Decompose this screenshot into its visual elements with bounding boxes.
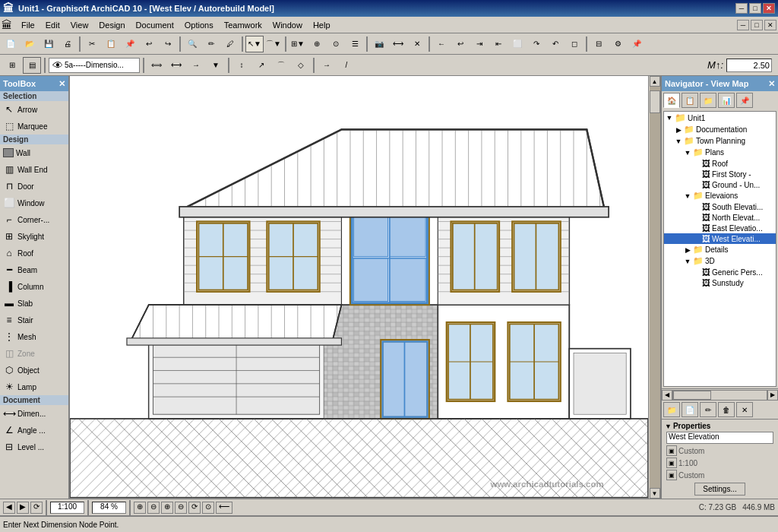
tree-toggle-3d[interactable]: ▼ [684, 258, 691, 265]
nav-open-btn[interactable]: 📁 [663, 402, 680, 417]
nav-tab-home[interactable]: 🏠 [663, 93, 680, 108]
inner-min-button[interactable]: ─ [737, 20, 749, 30]
tool-marquee[interactable]: ⬚ Marquee [0, 118, 68, 135]
menu-document[interactable]: Document [131, 19, 179, 31]
tool-column[interactable]: ▐ Column [0, 278, 68, 295]
nav2-button[interactable]: ↩ [451, 36, 470, 52]
tree-toggle-unit1[interactable]: ▼ [666, 114, 673, 122]
inner-max-button[interactable]: □ [751, 20, 763, 30]
pen-button[interactable]: 🖊 [221, 36, 239, 52]
zoom-pct-display[interactable]: 84 % [92, 502, 126, 514]
snap-button[interactable]: ⊙ [327, 36, 345, 52]
scroll-up-button[interactable]: ▲ [650, 76, 660, 87]
nav7-button[interactable]: ↶ [546, 36, 565, 52]
tool-beam[interactable]: ━ Beam [0, 261, 68, 278]
tool-corner[interactable]: ⌐ Corner-... [0, 211, 68, 228]
nav-tab-folders[interactable]: 📁 [700, 93, 716, 108]
properties-header[interactable]: ▼ Properties [663, 421, 776, 431]
nav6-button[interactable]: ↷ [527, 36, 546, 52]
snap-pt-btn[interactable]: ◇ [292, 57, 310, 74]
nav-tab-layouts[interactable]: 📋 [682, 93, 698, 108]
menu-window[interactable]: Window [268, 19, 307, 31]
maximize-button[interactable]: □ [749, 3, 761, 14]
nav-scroll-right-btn[interactable]: ▶ [767, 390, 778, 401]
arrow-tool[interactable]: ↖▼ [245, 36, 264, 52]
tool-door[interactable]: ⊓ Door [0, 178, 68, 195]
tree-northelev[interactable]: - 🖼 North Elevat... [664, 212, 776, 223]
menu-options[interactable]: Options [180, 19, 218, 31]
tool-lamp[interactable]: ☀ Lamp [0, 378, 68, 395]
menu-view[interactable]: View [66, 19, 93, 31]
property-button[interactable]: ⊟ [590, 36, 608, 52]
tool-roof[interactable]: ⌂ Roof [0, 245, 68, 261]
settings-icon[interactable]: ⚙ [609, 36, 627, 52]
grid-button[interactable]: ⊞▼ [289, 36, 307, 52]
move-button[interactable]: ⊕ [308, 36, 326, 52]
tool-dimension[interactable]: ⟷ Dimen... [0, 405, 68, 422]
nav-new-btn[interactable]: 📄 [682, 402, 698, 417]
tool-object[interactable]: ⬡ Object [0, 362, 68, 378]
tb2-btn2[interactable]: ▤ [23, 57, 41, 74]
tree-unit1[interactable]: ▼ 📁 Unit1 [664, 112, 776, 124]
delete-button[interactable]: ✕ [408, 36, 426, 52]
nav-tab-pins[interactable]: 📌 [736, 93, 753, 108]
nav8-button[interactable]: ◻ [565, 36, 584, 52]
layer-button[interactable]: ☰ [346, 36, 364, 52]
open-button[interactable]: 📂 [21, 36, 39, 52]
tree-southelev[interactable]: - 🖼 South Elevati... [664, 201, 776, 212]
line-tool[interactable]: ⌒▼ [264, 36, 283, 52]
camera-button[interactable]: 📷 [370, 36, 388, 52]
tree-ground[interactable]: - 🖼 Ground - Un... [664, 179, 776, 190]
menu-edit[interactable]: Edit [41, 19, 65, 31]
tb2-btn1[interactable]: ⊞ [3, 57, 21, 74]
snap-arc-btn[interactable]: ⌒ [272, 57, 290, 74]
menu-help[interactable]: Help [308, 19, 335, 31]
tree-eastelev[interactable]: - 🖼 East Elevatio... [664, 223, 776, 233]
nav-rename-btn[interactable]: ✏ [700, 402, 716, 417]
tool-level[interactable]: ⊟ Level ... [0, 439, 68, 455]
slash-btn[interactable]: / [337, 57, 356, 74]
dim-down-btn[interactable]: ▼ [207, 57, 225, 74]
tool-wall-end[interactable]: ▥ Wall End [0, 161, 68, 178]
tree-firststory[interactable]: - 🖼 First Story - [664, 169, 776, 179]
scroll-down-button[interactable]: ▼ [650, 488, 660, 499]
zoom-next-btn[interactable]: ▶ [17, 502, 29, 514]
undo-button[interactable]: ↩ [140, 36, 158, 52]
tool-window[interactable]: ⬜ Window [0, 195, 68, 211]
zoom-refresh-btn[interactable]: ⟳ [30, 502, 43, 514]
vertical-scrollbar[interactable]: ▲ ▼ [648, 76, 660, 499]
scroll-thumb[interactable] [650, 90, 660, 113]
zoom-prev-btn[interactable]: ◀ [3, 502, 15, 514]
zoom-in2-btn[interactable]: ⊕ [161, 502, 173, 514]
tree-toggle-plans[interactable]: ▼ [684, 149, 691, 157]
snap-ang-btn[interactable]: ↗ [252, 57, 270, 74]
menu-design[interactable]: Design [94, 19, 129, 31]
inner-close-button[interactable]: ✕ [764, 20, 776, 30]
close-button[interactable]: ✕ [763, 3, 775, 14]
nav-scroll-thumb[interactable] [673, 391, 711, 400]
minimize-button[interactable]: ─ [735, 3, 748, 14]
tool-skylight[interactable]: ⊞ Skylight [0, 228, 68, 245]
toolbox-close-btn[interactable]: ✕ [59, 79, 65, 89]
menu-file[interactable]: File [17, 19, 40, 31]
tree-townplanning[interactable]: ▼ 📁 Town Planning [664, 135, 776, 147]
dim-sync-btn[interactable]: ⟺ [147, 57, 166, 74]
zoom-in-btn[interactable]: ⊕ [134, 502, 146, 514]
search-button[interactable]: 🔍 [183, 36, 201, 52]
nav4-button[interactable]: ⇤ [489, 36, 508, 52]
tree-plans[interactable]: ▼ 📁 Plans [664, 147, 776, 158]
tree-toggle-tp[interactable]: ▼ [675, 138, 682, 145]
drawing-area[interactable]: www.archicadtutorials.com [70, 76, 648, 499]
menu-teamwork[interactable]: Teamwork [220, 19, 267, 31]
prop-value-name[interactable]: West Elevation [666, 432, 773, 444]
tree-roof[interactable]: - 🖼 Roof [664, 158, 776, 169]
zoom-fit-btn[interactable]: ⟳ [188, 502, 201, 514]
nav-delete-btn[interactable]: 🗑 [718, 402, 735, 417]
tree-3d[interactable]: ▼ 📁 3D [664, 255, 776, 267]
print-button[interactable]: 🖨 [59, 36, 77, 52]
tree-documentation[interactable]: ▶ 📁 Documentation [664, 124, 776, 135]
settings-button[interactable]: Settings... [694, 483, 745, 496]
zoom-full-btn[interactable]: ⊙ [202, 502, 214, 514]
zoom-scale-display[interactable]: 1:100 [50, 502, 84, 514]
zoom-out-btn[interactable]: ⊖ [147, 502, 160, 514]
